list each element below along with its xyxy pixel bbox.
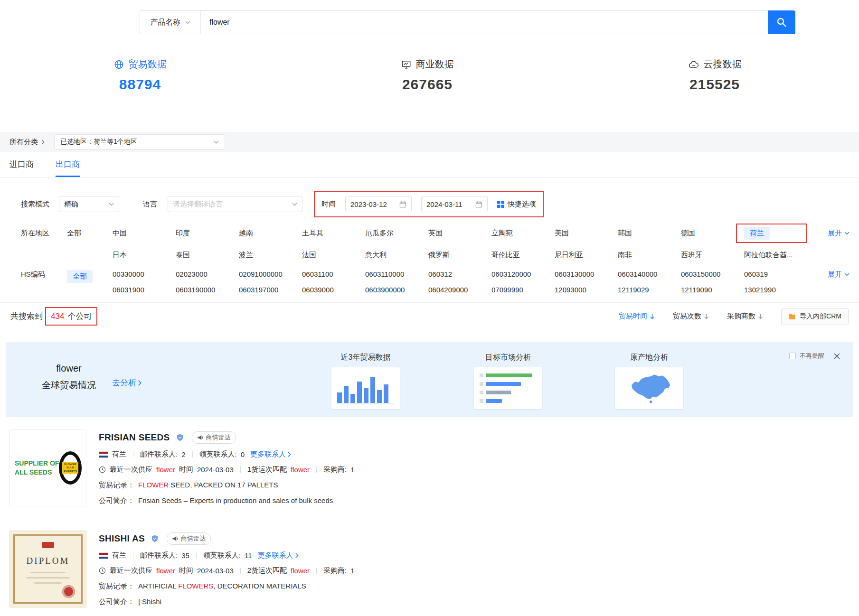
hs-code-option[interactable]: 0603190000 (176, 284, 239, 294)
region-option[interactable]: 哥伦比亚 (491, 249, 555, 260)
top-search-bar: 产品名称 (0, 0, 859, 34)
target-market-chart-card[interactable]: 目标市场分析 (474, 353, 542, 409)
hs-code-option[interactable]: 06039000 (302, 284, 365, 294)
region-filter-label: 所在地区 (21, 227, 67, 238)
divider (316, 467, 317, 473)
region-expand-link[interactable]: 展开 (828, 227, 850, 238)
region-option[interactable]: 俄罗斯 (428, 249, 491, 260)
region-option[interactable]: 阿拉伯联合酋... (744, 249, 807, 260)
region-option[interactable]: 泰国 (176, 249, 239, 260)
search-mode-select[interactable]: 精确 (59, 196, 119, 212)
region-option[interactable]: 韩国 (618, 227, 681, 243)
netherlands-flag-icon (99, 552, 108, 559)
hs-code-option[interactable]: 07099990 (491, 284, 555, 294)
sort-trade-time[interactable]: 贸易时间 (619, 312, 655, 321)
sort-controls: 贸易时间 贸易次数 采购商数 导入内 (619, 308, 849, 325)
hs-all-pill[interactable]: 全部 (67, 270, 93, 283)
hs-code-option[interactable]: 0603197000 (239, 284, 302, 294)
supply-time: 2024-03-03 (197, 567, 234, 575)
region-option[interactable]: 英国 (428, 227, 491, 243)
hs-code-option[interactable]: 12119090 (681, 284, 744, 294)
date-from-input[interactable]: 2023-03-12 (345, 196, 412, 212)
region-option[interactable]: 越南 (239, 227, 302, 243)
hs-code-option[interactable]: 0603120000 (491, 268, 555, 278)
close-banner-icon[interactable] (834, 353, 840, 359)
hs-code-option[interactable]: 0603110000 (365, 268, 428, 278)
region-option[interactable]: 尼日利亚 (555, 249, 618, 260)
hs-code-option[interactable]: 0603140000 (618, 268, 681, 278)
hs-code-option[interactable]: 12119029 (618, 284, 681, 294)
hs-code-option[interactable]: 02023000 (176, 268, 239, 278)
breadcrumb-all-categories[interactable]: 所有分类 (9, 138, 45, 147)
date-to-input[interactable]: 2024-03-11 (421, 196, 488, 212)
hs-code-option[interactable]: 13021990 (744, 284, 807, 294)
search-mode-label: 搜索模式 (21, 200, 49, 209)
supply-prefix: 最近一次供应 (110, 465, 152, 474)
trade-data-chart-card[interactable]: 近3年贸易数据 (331, 353, 400, 409)
buyers-count: 1 (350, 466, 354, 474)
go-analyze-link[interactable]: 去分析 (112, 377, 142, 388)
search-button[interactable] (768, 10, 795, 34)
more-contacts-link[interactable]: 更多联系人 (258, 551, 299, 560)
region-option[interactable]: 南非 (618, 249, 681, 260)
hs-code-option[interactable]: 060312 (428, 268, 491, 278)
region-option[interactable]: 厄瓜多尔 (365, 227, 428, 243)
language-select[interactable]: 请选择翻译语言 (168, 196, 302, 212)
region-option[interactable]: 波兰 (239, 249, 302, 260)
hs-code-option[interactable]: 0603150000 (681, 268, 744, 278)
company-profile-label: 公司简介： (99, 496, 134, 504)
search-input[interactable] (201, 11, 768, 34)
diploma-title: DIPLOM (27, 556, 70, 566)
stat-trade-data[interactable]: 贸易数据 88794 (114, 58, 167, 93)
shipment-match-keyword: flower (291, 466, 310, 474)
hs-code-option[interactable]: 0603900000 (365, 284, 428, 294)
result-count: 434 (51, 312, 64, 321)
region-option[interactable]: 中国 (113, 227, 176, 243)
company-name[interactable]: FRISIAN SEEDS (99, 432, 170, 443)
hs-code-option[interactable]: 02091000000 (239, 268, 302, 278)
quick-options-button[interactable]: 快捷选项 (497, 200, 536, 209)
contact-info-row: 荷兰 邮件联系人: 2 领英联系人: 0 更多联系人 (99, 450, 850, 459)
more-contacts-link[interactable]: 更多联系人 (250, 450, 291, 459)
company-logo[interactable]: DIPLOM (9, 531, 86, 607)
hs-code-option[interactable]: 06031100 (302, 268, 365, 278)
region-option[interactable]: 意大利 (365, 249, 428, 260)
origin-analysis-card[interactable]: 原产地分析 (615, 353, 683, 409)
stat-cloud-data[interactable]: 云搜数据 215525 (688, 58, 742, 93)
region-option[interactable]: 德国 (681, 227, 744, 243)
region-option[interactable]: 法国 (302, 249, 365, 260)
business-radar-badge[interactable]: 商情雷达 (167, 532, 211, 545)
search-category-select[interactable]: 产品名称 (140, 11, 201, 34)
region-option[interactable]: 立陶宛 (491, 227, 555, 243)
company-country: 荷兰 (112, 450, 126, 459)
hs-code-option[interactable]: 06031900 (113, 284, 176, 294)
region-option[interactable]: 日本 (113, 249, 176, 260)
company-card: SUPPLIER OF ALL SEEDS FLOWER BULB EXPERT… (0, 417, 859, 518)
language-label: 语言 (143, 200, 157, 209)
region-option[interactable]: 印度 (176, 227, 239, 243)
hs-code-option[interactable]: 0604209000 (428, 284, 491, 294)
region-option[interactable]: 西班牙 (681, 249, 744, 260)
selected-region-dropdown[interactable]: 已选地区：荷兰等1个地区 (54, 134, 225, 149)
dont-remind-checkbox[interactable] (789, 353, 796, 359)
region-option[interactable]: 土耳其 (302, 227, 365, 243)
stat-business-data[interactable]: 商业数据 267665 (401, 58, 454, 93)
result-count-annotation: 434 个公司 (45, 307, 97, 326)
hs-code-option[interactable]: 00330000 (113, 268, 176, 278)
import-crm-button[interactable]: 导入内部CRM (781, 308, 849, 325)
business-radar-badge[interactable]: 商情雷达 (192, 431, 236, 444)
region-option-all[interactable]: 全部 (67, 227, 113, 238)
company-name[interactable]: SHISHI AS (99, 533, 145, 544)
region-option[interactable]: 美国 (555, 227, 618, 243)
hs-code-option[interactable]: 060319 (744, 268, 807, 278)
company-logo[interactable]: SUPPLIER OF ALL SEEDS FLOWER BULB EXPERT… (9, 429, 86, 506)
region-option-selected[interactable]: 荷兰 (744, 227, 770, 240)
tab-exporters[interactable]: 出口商 (56, 152, 80, 177)
hs-code-option[interactable]: 0603130000 (555, 268, 618, 278)
hs-code-option[interactable]: 12093000 (555, 284, 618, 294)
sort-buyer-count[interactable]: 采购商数 (727, 312, 763, 321)
tab-importers[interactable]: 进口商 (9, 152, 34, 177)
search-category-label: 产品名称 (151, 18, 181, 28)
sort-trade-count[interactable]: 贸易次数 (673, 312, 709, 321)
hs-expand-link[interactable]: 展开 (828, 268, 850, 279)
